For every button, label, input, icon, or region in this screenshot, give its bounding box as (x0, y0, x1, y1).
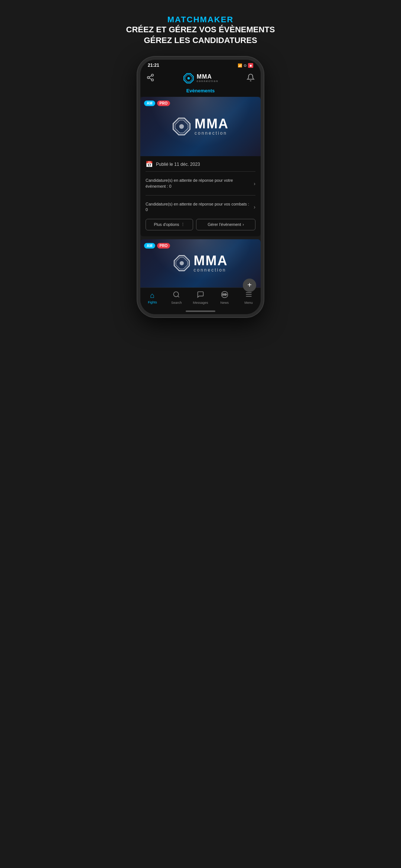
arrow-icon-2: › (254, 204, 255, 210)
event-row-2[interactable]: Candidature(s) en attente de réponse pou… (146, 198, 255, 216)
svg-line-4 (149, 76, 151, 77)
app-logo: MMA connection (183, 72, 219, 84)
app-header: MMA connection (140, 69, 261, 86)
subtitle-line2: GÉREZ LES CANDIDATURES (144, 36, 257, 45)
calendar-icon: 📅 (146, 161, 153, 168)
svg-point-10 (179, 124, 184, 129)
bottom-nav: ⌂ Fights Search Messages (140, 287, 261, 309)
svg-line-15 (178, 296, 179, 297)
bell-icon[interactable] (247, 73, 255, 83)
logo-connection: connection (197, 80, 219, 83)
candidature-combats-text: Candidature(s) en attente de réponse pou… (146, 201, 251, 213)
battery-icon: ■ (248, 63, 253, 68)
phone-frame: 21:21 📶 ⊙ ■ MMA c (137, 57, 264, 317)
event-row-1[interactable]: Candidature(s) en attente de réponse pou… (146, 175, 255, 192)
home-indicator (140, 309, 261, 314)
nav-news[interactable]: News (215, 291, 234, 305)
event-card-2: AM PRO MMA connection (140, 239, 261, 287)
nav-fights[interactable]: ⌂ Fights (143, 291, 162, 304)
logo-mma: MMA (197, 74, 219, 80)
badge-pro-1: PRO (157, 101, 170, 106)
divider-1 (146, 171, 255, 172)
event-card-1: AM PRO MMA connection (140, 97, 261, 236)
matchmaker-title: MATCHMAKER (108, 15, 293, 24)
menu-icon (245, 291, 252, 300)
options-dots: ⋮ (181, 222, 185, 227)
event-badges-2: AM PRO (144, 243, 170, 249)
manage-button[interactable]: Gérer l'évènement › (196, 219, 255, 230)
share-icon[interactable] (146, 73, 154, 83)
manage-label: Gérer l'évènement (208, 222, 241, 227)
event-banner-2: AM PRO MMA connection (140, 239, 261, 287)
arrow-icon-1: › (254, 181, 255, 187)
banner-logo-2: MMA connection (173, 254, 228, 273)
banner-connection-2: connection (194, 267, 228, 273)
options-label: Plus d'options (154, 222, 179, 227)
event-banner-1: AM PRO MMA connection (140, 97, 261, 156)
subtitle-connector: ET (154, 25, 169, 34)
svg-line-3 (149, 78, 151, 79)
news-icon (221, 291, 228, 300)
search-icon (173, 291, 180, 300)
badge-am-2: AM (144, 243, 155, 249)
banner-text-2: MMA connection (194, 254, 228, 273)
event-info-1: 📅 Publié le 11 déc. 2023 Candidature(s) … (140, 156, 261, 236)
banner-logo-1: MMA connection (172, 117, 229, 136)
badge-am-1: AM (144, 101, 155, 106)
wifi-icon: ⊙ (244, 63, 247, 68)
svg-point-14 (174, 292, 179, 296)
status-bar: 21:21 📶 ⊙ ■ (140, 60, 261, 69)
banner-text: MMA connection (195, 117, 229, 136)
banner-connection: connection (195, 131, 229, 136)
svg-point-7 (187, 77, 189, 79)
status-time: 21:21 (148, 63, 159, 68)
fights-icon: ⌂ (150, 291, 154, 300)
fab-button[interactable]: + (243, 279, 256, 292)
status-icons: 📶 ⊙ ■ (238, 63, 253, 68)
search-label: Search (171, 301, 182, 305)
svg-point-2 (151, 79, 154, 81)
badge-pro-2: PRO (157, 243, 170, 249)
menu-label: Menu (244, 301, 253, 305)
nav-menu[interactable]: Menu (239, 291, 258, 305)
subtitle-gerez-ev: GÉREZ VOS ÉVÈNEMENTS (169, 25, 275, 34)
phone-content[interactable]: AM PRO MMA connection (140, 97, 261, 287)
divider-2 (146, 195, 255, 195)
event-date: 📅 Publié le 11 déc. 2023 (146, 161, 255, 168)
nav-search[interactable]: Search (167, 291, 186, 305)
signal-icon: 📶 (238, 63, 242, 68)
nav-messages[interactable]: Messages (191, 291, 210, 305)
section-tab-label: Evènements (186, 88, 215, 93)
manage-arrow: › (242, 222, 244, 227)
banner-logo-icon (172, 117, 191, 136)
home-bar (186, 310, 215, 312)
candidature-event-text: Candidature(s) en attente de réponse pou… (146, 178, 251, 189)
section-tab: Evènements (140, 86, 261, 97)
svg-point-13 (179, 261, 183, 265)
banner-mma-2: MMA (194, 254, 228, 267)
subtitle-creer: CRÉEZ (126, 25, 154, 34)
news-label: News (221, 301, 229, 305)
svg-point-1 (147, 76, 150, 79)
event-actions: Plus d'options ⋮ Gérer l'évènement › (146, 216, 255, 232)
page-subtitle: CRÉEZ ET GÉREZ VOS ÉVÈNEMENTS GÉREZ LES … (108, 24, 293, 46)
event-badges-1: AM PRO (144, 101, 170, 106)
messages-icon (197, 291, 204, 300)
svg-point-0 (151, 74, 154, 76)
published-date: Publié le 11 déc. 2023 (156, 162, 200, 167)
banner-logo-icon-2 (173, 255, 190, 272)
messages-label: Messages (193, 301, 208, 305)
logo-icon (183, 72, 195, 84)
fights-label: Fights (148, 300, 157, 304)
banner-mma: MMA (195, 117, 229, 131)
options-button[interactable]: Plus d'options ⋮ (146, 219, 193, 230)
logo-text: MMA connection (197, 74, 219, 83)
page-header: MATCHMAKER CRÉEZ ET GÉREZ VOS ÉVÈNEMENTS… (108, 15, 293, 46)
